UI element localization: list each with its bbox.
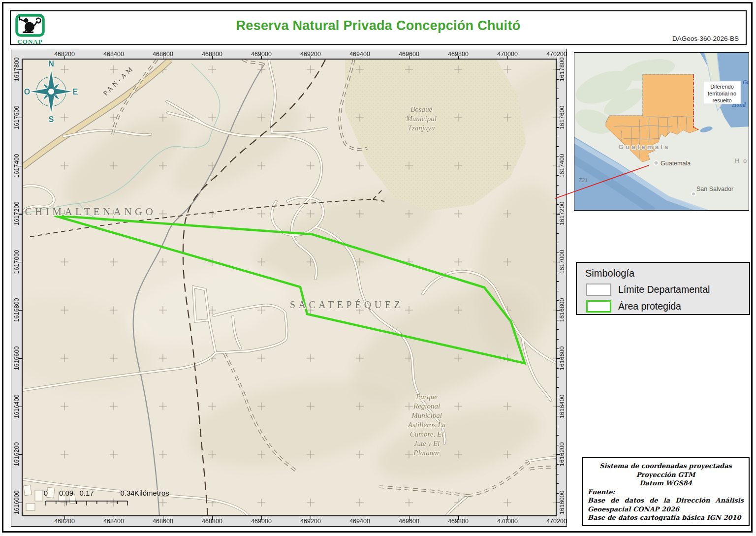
projection-line: Proyección GTM	[588, 471, 744, 479]
source-2: Base de datos cartografía básica IGN 201…	[588, 513, 744, 522]
svg-text:Municipal: Municipal	[411, 411, 442, 419]
header: CONAP Reserva Natural Privada Concepción…	[10, 10, 747, 45]
map-document-page: CONAP Reserva Natural Privada Concepción…	[0, 0, 756, 536]
credits-box: Sistema de coordenadas proyectadas Proye…	[582, 457, 750, 526]
coord-system-line: Sistema de coordenadas proyectadas	[588, 462, 744, 471]
svg-text:Municipal: Municipal	[406, 115, 437, 123]
inset-road-number: 721	[578, 176, 588, 184]
inset-honduras-fragment: H o	[735, 157, 748, 164]
page-title: Reserva Natural Privada Concepción Chuit…	[11, 18, 746, 33]
compass-w: O	[24, 88, 30, 96]
source-1: Base de datos de la Dirección Análisis G…	[588, 496, 744, 513]
map-frame: CHIMALTENANGO SACATEPÉQUEZ PAN-AM Bosque…	[11, 49, 567, 527]
compass-s: S	[49, 115, 54, 124]
guatemala-city-marker	[654, 161, 659, 165]
svg-text:Parque: Parque	[415, 393, 438, 401]
svg-text:Tzanjuyu: Tzanjuyu	[408, 124, 435, 132]
compass-e: E	[73, 88, 78, 96]
svg-text:territorial no: territorial no	[708, 91, 736, 96]
inset-country-label: Guatemala	[618, 143, 670, 151]
svg-text:0.09: 0.09	[59, 489, 73, 497]
inset-gu-blue-fragment: Gu	[743, 79, 749, 86]
svg-text:Regional: Regional	[413, 402, 440, 410]
scale-unit: Kilómetros	[134, 489, 169, 497]
label-bosque: Bosque Municipal Tzanjuyu	[406, 105, 437, 132]
legend-item-departmental-limit: Límite Departamental	[586, 284, 749, 296]
grid-crosses	[23, 60, 557, 516]
inset-locator-map: Guatemala Guatemala San Salvador 721 H o…	[574, 52, 749, 211]
label-chimaltenango: CHIMALTENANGO	[25, 206, 157, 218]
svg-text:0: 0	[44, 489, 48, 497]
datum-line: Datum WGS84	[588, 479, 744, 488]
protected-area-swatch	[586, 300, 611, 313]
inset-san-salvador-label: San Salvador	[696, 186, 733, 192]
territorial-note: Diferendo territorial no resuelto	[703, 81, 741, 104]
document-code: DAGeos-360-2026-BS	[672, 35, 739, 42]
fuente-label: Fuente:	[588, 488, 744, 497]
conap-logo-text: CONAP	[15, 39, 45, 45]
svg-text:Jute y El: Jute y El	[414, 440, 440, 447]
svg-text:resuelto: resuelto	[712, 97, 731, 103]
label-sacatepequez: SACATEPÉQUEZ	[290, 299, 403, 310]
legend: Simbología Límite Departamental Área pro…	[576, 262, 750, 315]
map-canvas: CHIMALTENANGO SACATEPÉQUEZ PAN-AM Bosque…	[23, 60, 557, 516]
legend-title: Simbología	[585, 268, 749, 279]
san-salvador-marker	[692, 192, 695, 196]
svg-text:Bosque: Bosque	[410, 105, 433, 113]
departmental-limit-swatch	[586, 284, 611, 296]
compass-n: N	[48, 60, 54, 68]
svg-text:0.17: 0.17	[79, 489, 94, 497]
svg-text:Cumbre, El: Cumbre, El	[410, 430, 444, 438]
svg-text:Astilleros La: Astilleros La	[408, 421, 446, 429]
inset-city-label: Guatemala	[661, 160, 691, 167]
legend-item-protected-area: Área protegida	[586, 300, 749, 313]
svg-text:0.34: 0.34	[120, 489, 134, 497]
main-map: CHIMALTENANGO SACATEPÉQUEZ PAN-AM Bosque…	[22, 59, 557, 516]
svg-text:Platanar: Platanar	[413, 449, 440, 457]
svg-text:Diferendo: Diferendo	[710, 84, 734, 90]
